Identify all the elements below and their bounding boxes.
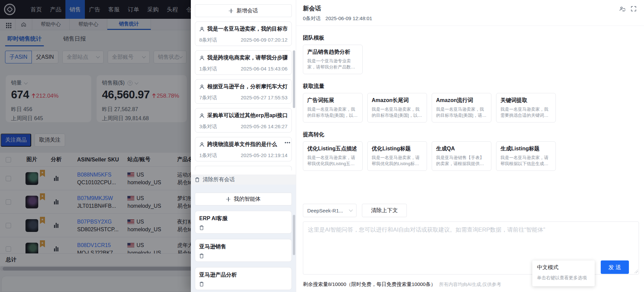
my-agents-label: 我的智能体 xyxy=(234,196,261,203)
template-card[interactable]: Amazon流行词 我是一名亚马逊卖家，我的目标市场是[美国]，请帮我... xyxy=(432,93,491,123)
session-title: 我是跨境电商卖家，请帮我分步骤 xyxy=(207,54,287,61)
session-item[interactable]: 我是跨境电商卖家，请帮我分步骤 1条对话2025-06-04 15:43:06 xyxy=(195,50,292,75)
person-icon xyxy=(199,113,205,118)
session-count: 3条对话 xyxy=(199,124,217,130)
template-title: 优化Listing五点描述 xyxy=(307,145,358,152)
model-select-value: DeepSeek-R1... xyxy=(307,208,343,213)
session-count: 1条对话 xyxy=(199,152,217,159)
person-icon xyxy=(199,55,205,61)
template-title: Amazon长尾词 xyxy=(372,97,423,104)
session-time: 2025-05-27 17:55:53 xyxy=(241,95,287,101)
person-icon xyxy=(199,142,205,147)
agent-card[interactable]: 亚马逊产品分析 xyxy=(195,267,292,290)
context-hint-popover: 中文模式 单击右键以查看更多选项 xyxy=(532,260,595,286)
session-count: 8条对话 xyxy=(199,37,217,43)
composer-area: DeepSeek-R1... 清除上下文 剩余搜索量8/10000（限时免费，每… xyxy=(303,204,639,292)
template-title: 优化Listing标题 xyxy=(372,145,423,152)
session-item[interactable]: 跨境物流提单文件指的是什么 1条对话2025-05-20 12:19:14 xyxy=(195,137,292,161)
delete-agent-button[interactable] xyxy=(199,225,204,230)
session-title: 采购单可以通过其他erp用api接口 xyxy=(207,112,287,119)
dialog-count: 0条对话 xyxy=(303,15,321,22)
trash-icon xyxy=(199,225,204,230)
ai-assistant-drawer: 新增会话 我是一名亚马逊卖家，我的目标市 8条对话2025-06-09 07:2… xyxy=(191,0,644,292)
template-desc: 我是一名亚马逊卖家，请帮我优化我的Listing五点描述... xyxy=(307,155,358,167)
agents-scrollbar[interactable] xyxy=(293,215,295,255)
template-title: 生成Listing标题 xyxy=(500,145,551,152)
template-title: 产品销售趋势分析 xyxy=(307,49,358,56)
clear-context-button[interactable]: 清除上下文 xyxy=(362,204,407,217)
fullscreen-icon[interactable] xyxy=(631,6,637,12)
session-count: 7条对话 xyxy=(199,95,217,101)
section-team-templates: 团队模板 xyxy=(303,35,637,42)
session-time: 2025-05-26 14:26:27 xyxy=(241,124,287,130)
template-card[interactable]: 优化Listing标题 我是一名亚马逊卖家，请帮我优化我的Listing标题。要… xyxy=(367,141,427,171)
template-desc: 我是一个亚马逊专业卖家，请帮我分析产品数据，要有... xyxy=(307,58,358,70)
trash-icon xyxy=(199,282,204,287)
trash-icon xyxy=(199,253,204,258)
agent-card[interactable]: 亚马逊销售 xyxy=(195,239,292,262)
agent-name: 亚马逊销售 xyxy=(199,243,287,250)
my-agents-button[interactable]: 我的智能体 xyxy=(195,193,292,205)
template-title: Amazon流行词 xyxy=(436,97,487,104)
template-desc: 我是亚马逊销售【手表】的卖家，请根据我提供的商品... xyxy=(436,155,487,167)
person-icon xyxy=(199,27,205,32)
template-desc: 我是一名亚马逊卖家，请帮我优化我的Listing标题。要... xyxy=(372,155,423,167)
session-list-scrollbar[interactable] xyxy=(293,50,295,108)
trash-icon xyxy=(195,177,200,182)
hint-rightclick-label: 单击右键以查看更多选项 xyxy=(537,275,590,281)
plus-icon xyxy=(229,9,233,13)
session-time: 2025-05-20 12:19:14 xyxy=(241,152,287,159)
template-card[interactable]: 广告词拓展 我是一名亚马逊卖家，我的目标市场是[美国]，以下是... xyxy=(303,93,363,123)
agent-history-icon[interactable] xyxy=(619,6,625,12)
delete-agent-button[interactable] xyxy=(199,253,204,258)
new-session-label: 新增会话 xyxy=(236,7,258,14)
ai-chat-panel: 新会话 0条对话 2025-06-09 12:48:01 团队模板 产品销售趋势… xyxy=(296,0,644,292)
agents-section: 我的智能体 ERP AI客服 亚马逊销售 亚马逊产品分析 xyxy=(191,185,296,292)
template-card[interactable]: 关键词提取 我是一名亚马逊卖家，我需要挑选合适的关键词用于广... xyxy=(496,93,556,123)
session-item[interactable]: 我是一名亚马逊卖家，我的目标市 8条对话2025-06-09 07:20:12 xyxy=(195,21,292,46)
agent-name: 亚马逊产品分析 xyxy=(199,272,287,279)
clear-all-label: 清除所有会话 xyxy=(203,176,235,183)
delete-agent-button[interactable] xyxy=(199,282,204,287)
template-desc: 我是一名亚马逊卖家，我需要挑选合适的关键词用于广... xyxy=(500,106,551,118)
template-card[interactable]: 生成Listing标题 我是一名亚马逊卖家，请帮我根据以下信息生成我的... xyxy=(496,141,556,171)
session-item-partial[interactable] xyxy=(195,166,292,171)
plus-icon xyxy=(226,197,230,201)
section-get-traffic: 获取流量 xyxy=(303,83,637,90)
template-title: 关键词提取 xyxy=(500,97,551,104)
agent-card[interactable]: ERP AI客服 xyxy=(195,211,292,234)
session-menu-icon[interactable] xyxy=(287,142,288,143)
person-icon xyxy=(199,84,205,90)
search-quota-text: 剩余搜索量8/10000（限时免费，每日免费搜索量10000条） xyxy=(303,281,436,288)
agent-name: ERP AI客服 xyxy=(199,215,287,222)
template-card[interactable]: 优化Listing五点描述 我是一名亚马逊卖家，请帮我优化我的Listing五点… xyxy=(303,141,363,171)
ai-panel-header: 新会话 0条对话 2025-06-09 12:48:01 xyxy=(296,0,644,26)
model-select[interactable]: DeepSeek-R1... xyxy=(303,204,357,217)
section-improve-conversion: 提高转化 xyxy=(303,131,637,138)
template-title: 广告词拓展 xyxy=(307,97,358,104)
template-desc: 我是一名亚马逊卖家，我的目标市场是[美国]，以下是... xyxy=(307,106,358,118)
template-desc: 我是一名亚马逊卖家，我的目标市场是[美国]，请帮我... xyxy=(436,106,487,118)
session-title: 我是一名亚马逊卖家，我的目标市 xyxy=(207,26,287,33)
template-desc: 我是一名亚马逊卖家，我的目标市场是[美国]，以下是... xyxy=(372,106,423,118)
session-title: 跨境物流提单文件指的是什么 xyxy=(207,141,277,148)
session-title: 根据亚马逊平台，分析摩托车大灯 xyxy=(207,83,287,90)
new-session-button[interactable]: 新增会话 xyxy=(195,4,292,17)
session-time: 2025-06-09 07:20:12 xyxy=(241,37,287,43)
template-card[interactable]: 产品销售趋势分析 我是一个亚马逊专业卖家，请帮我分析产品数据，要有... xyxy=(303,45,363,74)
session-time: 2025-06-04 15:43:06 xyxy=(241,66,287,72)
session-list-panel: 新增会话 我是一名亚马逊卖家，我的目标市 8条对话2025-06-09 07:2… xyxy=(191,0,296,292)
session-timestamp: 2025-06-09 12:48:01 xyxy=(325,15,372,22)
clear-all-sessions-button[interactable]: 清除所有会话 xyxy=(191,175,296,185)
session-item[interactable]: 根据亚马逊平台，分析摩托车大灯 7条对话2025-05-27 17:55:53 xyxy=(195,79,292,104)
ai-disclaimer-text: 所有内容均由AI生成,仅供参考 xyxy=(439,282,501,288)
session-count: 1条对话 xyxy=(199,66,217,72)
session-item[interactable]: 采购单可以通过其他erp用api接口 3条对话2025-05-26 14:26:… xyxy=(195,108,292,133)
template-card[interactable]: Amazon长尾词 我是一名亚马逊卖家，我的目标市场是[美国]，以下是... xyxy=(367,93,427,123)
resize-handle[interactable] xyxy=(634,270,638,273)
send-button[interactable]: 发 送 xyxy=(601,260,629,274)
template-card[interactable]: 生成QA 我是亚马逊销售【手表】的卖家，请根据我提供的商品... xyxy=(432,141,491,171)
template-title: 生成QA xyxy=(436,145,487,152)
template-area: 团队模板 产品销售趋势分析 我是一个亚马逊专业卖家，请帮我分析产品数据，要有..… xyxy=(296,35,644,171)
session-heading: 新会话 xyxy=(303,4,637,12)
